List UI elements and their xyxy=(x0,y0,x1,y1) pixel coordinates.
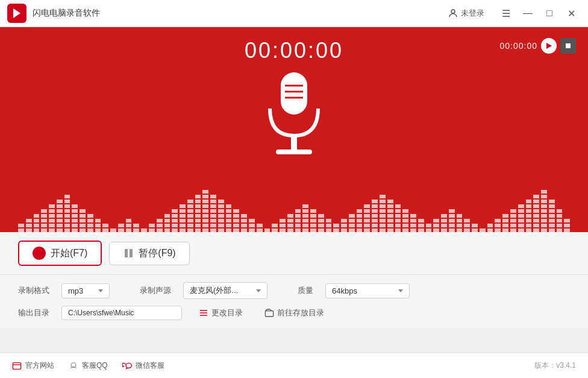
eq-bar xyxy=(564,219,570,232)
eq-bar xyxy=(41,209,47,232)
format-select[interactable]: mp3 xyxy=(61,283,110,298)
format-select-arrow xyxy=(98,289,103,292)
eq-bar xyxy=(502,214,508,232)
eq-bar xyxy=(472,224,478,232)
eq-bar xyxy=(164,214,170,232)
record-dot-icon xyxy=(33,247,46,260)
controls-area: 开始(F7) 暂停(F9) xyxy=(0,232,588,275)
eq-bar xyxy=(557,209,563,232)
eq-bar xyxy=(233,209,239,232)
quality-value: 64kbps xyxy=(332,286,357,295)
eq-bar xyxy=(441,214,447,232)
eq-bar xyxy=(72,204,78,232)
settings-area: 录制格式 mp3 录制声源 麦克风(外部... 质量 64kbps 输出目录 C… xyxy=(0,275,588,328)
eq-bar xyxy=(57,200,63,232)
eq-bar xyxy=(118,224,124,232)
format-value: mp3 xyxy=(68,286,83,295)
eq-bar xyxy=(480,228,486,232)
eq-bar xyxy=(318,214,324,232)
main-timer: 00:00:00 xyxy=(245,38,343,63)
start-button[interactable]: 开始(F7) xyxy=(18,241,102,266)
eq-bar xyxy=(241,214,247,232)
pause-button[interactable]: 暂停(F9) xyxy=(109,242,189,265)
eq-bar xyxy=(26,219,32,232)
maximize-button[interactable]: □ xyxy=(540,4,559,23)
eq-bar xyxy=(257,224,263,232)
qq-link[interactable]: 客服QQ xyxy=(69,361,108,371)
eq-bar xyxy=(518,204,524,232)
eq-bar xyxy=(510,209,516,232)
eq-bar xyxy=(418,219,424,232)
svg-rect-10 xyxy=(265,311,273,317)
eq-bar xyxy=(357,209,363,232)
minimize-button[interactable]: — xyxy=(518,4,537,23)
change-dir-button[interactable]: 更改目录 xyxy=(194,305,248,321)
svg-point-1 xyxy=(451,10,455,13)
eq-bar xyxy=(372,200,378,232)
output-path-display: C:\Users\sfwe\Music xyxy=(61,306,182,320)
menu-button[interactable]: ☰ xyxy=(496,4,516,23)
eq-bar xyxy=(549,200,555,232)
eq-bar xyxy=(333,224,339,232)
eq-bar xyxy=(34,214,40,232)
wechat-label: 微信客服 xyxy=(136,361,164,371)
eq-bar xyxy=(349,214,355,232)
pause-label: 暂停(F9) xyxy=(139,247,175,260)
eq-bar xyxy=(249,219,255,232)
settings-row-1: 录制格式 mp3 录制声源 麦克风(外部... 质量 64kbps xyxy=(18,282,570,299)
user-label: 未登录 xyxy=(461,8,484,19)
eq-bar xyxy=(195,195,201,232)
eq-bar xyxy=(95,219,101,232)
source-value: 麦克风(外部... xyxy=(190,285,238,296)
start-label: 开始(F7) xyxy=(51,247,87,260)
playback-time: 00:00:00 xyxy=(500,41,538,51)
recording-area: 00:00:00 00:00:00 xyxy=(0,27,588,232)
playback-bar: 00:00:00 xyxy=(500,38,577,54)
svg-rect-8 xyxy=(291,136,297,151)
eq-bar xyxy=(526,200,532,232)
eq-bar xyxy=(218,200,224,232)
quality-select[interactable]: 64kbps xyxy=(325,283,410,298)
playback-play-button[interactable] xyxy=(541,38,557,54)
svg-marker-2 xyxy=(546,43,552,49)
eq-bar xyxy=(110,228,116,232)
source-select[interactable]: 麦克风(外部... xyxy=(183,282,267,299)
close-button[interactable]: ✕ xyxy=(561,4,581,23)
output-label: 输出目录 xyxy=(18,307,49,318)
eq-bar xyxy=(426,224,432,232)
eq-bar xyxy=(433,219,439,232)
eq-bar xyxy=(126,219,132,232)
eq-bar xyxy=(80,209,86,232)
eq-bar xyxy=(272,224,278,232)
playback-stop-button[interactable] xyxy=(560,38,576,54)
eq-bar xyxy=(495,219,501,232)
eq-bar xyxy=(541,190,547,232)
eq-bar xyxy=(64,195,70,232)
window-controls: 未登录 ☰ — □ ✕ xyxy=(448,4,581,23)
eq-bar xyxy=(487,224,493,232)
qq-label: 客服QQ xyxy=(82,361,108,371)
open-dir-label: 前往存放目录 xyxy=(277,307,324,318)
website-label: 官方网站 xyxy=(25,361,54,371)
eq-bar xyxy=(157,219,163,232)
user-login-area[interactable]: 未登录 xyxy=(448,8,484,19)
eq-bar xyxy=(341,219,347,232)
eq-bar xyxy=(387,200,393,232)
wechat-link[interactable]: 微信客服 xyxy=(122,361,164,371)
open-dir-button[interactable]: 前往存放目录 xyxy=(260,305,329,321)
settings-row-2: 输出目录 C:\Users\sfwe\Music 更改目录 前往存放目录 xyxy=(18,305,570,321)
eq-bar xyxy=(464,219,470,232)
eq-bar xyxy=(187,200,193,232)
eq-bar xyxy=(410,214,416,232)
website-link[interactable]: 官方网站 xyxy=(12,361,54,371)
source-select-arrow xyxy=(256,289,261,292)
change-dir-label: 更改目录 xyxy=(211,307,243,318)
eq-bar xyxy=(533,195,539,232)
svg-rect-3 xyxy=(566,43,571,48)
svg-rect-11 xyxy=(13,362,20,369)
eq-bar xyxy=(18,224,24,232)
eq-bar xyxy=(402,209,408,232)
record-buttons: 开始(F7) 暂停(F9) xyxy=(18,241,570,266)
eq-bar xyxy=(264,228,271,232)
eq-bar xyxy=(172,209,178,232)
